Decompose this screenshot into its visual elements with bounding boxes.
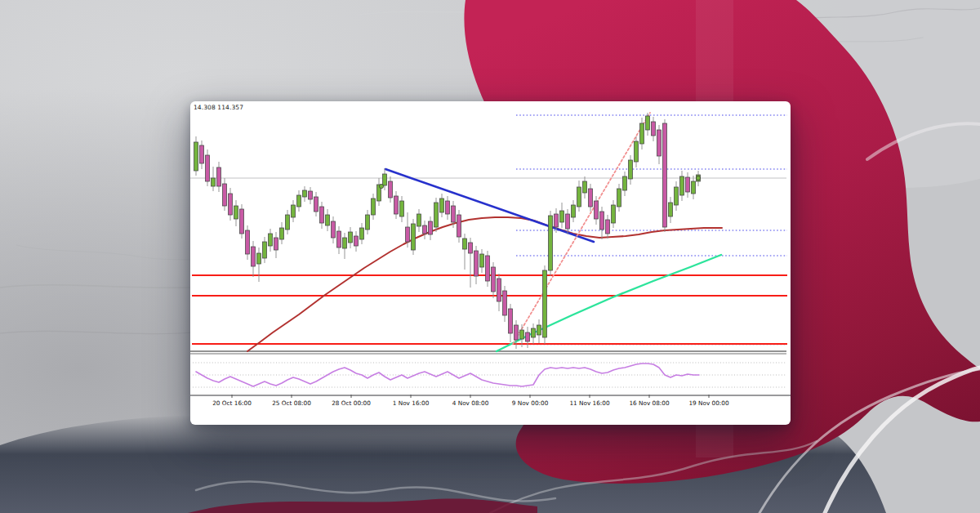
candle-body	[423, 225, 427, 234]
candle-body	[497, 279, 501, 301]
green-trendline	[497, 255, 721, 351]
candle-body	[280, 228, 284, 239]
candle-body	[657, 130, 662, 156]
candle-body	[629, 160, 633, 179]
candle-body	[286, 215, 290, 230]
candle-body	[309, 191, 313, 199]
candle-body	[389, 181, 393, 198]
candlestick-chart: 20 Oct 16:0025 Oct 08:0028 Oct 00:001 No…	[190, 101, 791, 425]
candle-body	[240, 209, 244, 234]
candle-body	[652, 122, 656, 136]
candle-body	[543, 270, 547, 337]
candle-body	[434, 203, 439, 227]
candle-body	[292, 205, 296, 217]
candle-body	[303, 190, 307, 197]
candle-body	[595, 201, 599, 219]
x-axis-label: 1 Nov 16:00	[393, 399, 430, 407]
candle-body	[503, 291, 507, 315]
candle-body	[583, 181, 587, 193]
candle-body	[457, 215, 461, 237]
price-dot-marker	[379, 184, 383, 188]
x-axis-label: 28 Oct 00:00	[332, 399, 371, 407]
candle-body	[589, 189, 593, 207]
candle-body	[549, 216, 553, 270]
candle-body	[257, 253, 261, 264]
candle-body	[429, 221, 433, 234]
candle-body	[520, 330, 524, 339]
candle-body	[669, 203, 673, 216]
candle-body	[412, 224, 416, 250]
candle-body	[469, 243, 473, 253]
candle-body	[217, 167, 221, 186]
candle-body	[383, 174, 387, 185]
x-axis-label: 11 Nov 16:00	[569, 399, 610, 407]
candle-body	[252, 247, 256, 266]
candle-body	[646, 116, 650, 130]
candle-body	[200, 145, 204, 163]
candle-body	[400, 201, 404, 216]
candle-body	[555, 214, 559, 227]
candle-body	[452, 206, 456, 222]
x-axis-label: 20 Oct 16:00	[212, 399, 252, 407]
candle-body	[600, 212, 604, 230]
candle-body	[206, 155, 210, 181]
candle-body	[417, 214, 421, 226]
candle-body	[332, 221, 336, 238]
candle-body	[234, 206, 238, 219]
candle-body	[675, 187, 679, 205]
candle-body	[394, 196, 399, 214]
candle-body	[577, 187, 581, 207]
candle-body	[343, 238, 347, 248]
blue-trendline	[385, 169, 594, 242]
candle-body	[680, 176, 684, 195]
candle-body	[663, 123, 667, 227]
candle-body	[274, 238, 278, 250]
candle-body	[372, 199, 376, 215]
chart-panel: 14.308 114.357 20 Oct 16:0025 Oct 08:002…	[190, 101, 791, 425]
moving-average-line	[247, 217, 722, 351]
candle-body	[623, 176, 627, 190]
red-dotted-trendline	[513, 113, 650, 344]
candle-body	[212, 178, 216, 186]
candle-body	[263, 242, 267, 258]
candle-body	[532, 328, 536, 337]
candle-body	[440, 199, 444, 212]
x-axis-label: 16 Nov 08:00	[629, 399, 670, 407]
candle-body	[572, 205, 576, 217]
candle-body	[537, 325, 541, 335]
candle-body	[486, 256, 490, 281]
price-dot-marker	[696, 176, 700, 180]
candle-body	[692, 181, 696, 194]
candle-body	[297, 195, 301, 207]
x-axis-label: 19 Nov 00:00	[688, 399, 729, 407]
candle-body	[246, 230, 250, 254]
candle-body	[354, 236, 359, 246]
candle-body	[606, 220, 610, 234]
candle-body	[612, 205, 616, 223]
candle-body	[360, 228, 364, 239]
x-axis-label: 25 Oct 08:00	[272, 399, 311, 407]
candle-body	[223, 184, 227, 206]
candle-body	[560, 211, 564, 222]
x-axis-label: 4 Nov 08:00	[452, 399, 489, 407]
candle-body	[349, 232, 353, 243]
candle-body	[194, 142, 198, 171]
candle-body	[229, 194, 233, 215]
candle-body	[640, 123, 644, 144]
candle-body	[463, 239, 467, 249]
candle-body	[446, 201, 450, 214]
candle-body	[526, 332, 530, 341]
candle-body	[474, 251, 479, 276]
candle-body	[514, 325, 519, 340]
candle-body	[269, 234, 273, 246]
candle-body	[686, 177, 690, 192]
candle-body	[314, 197, 318, 212]
candle-body	[326, 215, 330, 225]
candle-body	[617, 189, 621, 207]
candle-body	[566, 214, 570, 229]
candle-body	[480, 254, 484, 267]
candle-body	[337, 231, 341, 248]
candle-body	[492, 267, 496, 292]
candle-body	[320, 207, 324, 223]
x-axis-label: 9 Nov 00:00	[512, 399, 549, 407]
